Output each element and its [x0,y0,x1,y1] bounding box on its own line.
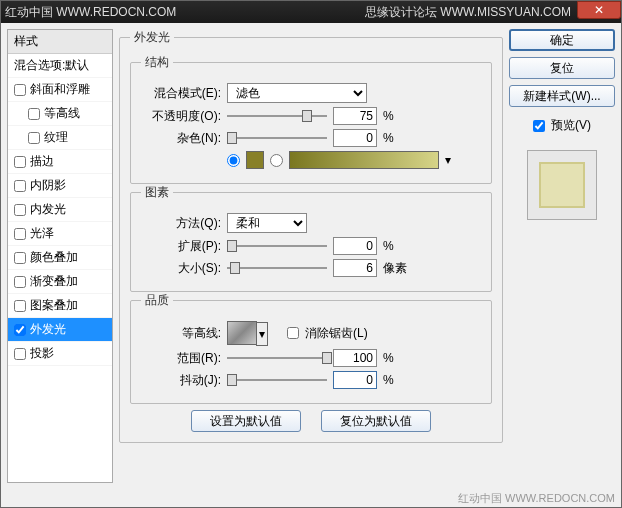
quality-legend: 品质 [141,292,173,309]
contour-picker[interactable]: ▾ [227,321,257,345]
chevron-down-icon[interactable]: ▾ [445,153,451,167]
method-select[interactable]: 柔和 [227,213,307,233]
range-slider[interactable] [227,350,327,366]
check-pattern-overlay[interactable] [14,300,26,312]
check-gradient-overlay[interactable] [14,276,26,288]
check-inner-shadow[interactable] [14,180,26,192]
glow-gradient-radio[interactable] [270,154,283,167]
sidebar-item-drop-shadow[interactable]: 投影 [8,342,112,366]
check-bevel[interactable] [14,84,26,96]
preview-checkbox[interactable] [533,120,545,132]
sidebar-item-contour[interactable]: 等高线 [8,102,112,126]
glow-gradient-picker[interactable] [289,151,439,169]
glow-color-swatch[interactable] [246,151,264,169]
spread-input[interactable] [333,237,377,255]
check-satin[interactable] [14,228,26,240]
check-color-overlay[interactable] [14,252,26,264]
check-drop-shadow[interactable] [14,348,26,360]
close-icon: ✕ [594,3,604,17]
opacity-slider[interactable] [227,108,327,124]
range-input[interactable] [333,349,377,367]
sidebar-item-color-overlay[interactable]: 颜色叠加 [8,246,112,270]
jitter-label: 抖动(J): [141,372,221,389]
titlebar: 红动中国 WWW.REDOCN.COM 思缘设计论坛 WWW.MISSYUAN.… [1,1,621,23]
sidebar-item-stroke[interactable]: 描边 [8,150,112,174]
noise-label: 杂色(N): [141,130,221,147]
element-legend: 图素 [141,184,173,201]
element-group: 图素 方法(Q): 柔和 扩展(P): % 大小(S): [130,184,492,292]
check-inner-glow[interactable] [14,204,26,216]
sidebar-blend-options[interactable]: 混合选项:默认 [8,54,112,78]
title-right: 思缘设计论坛 WWW.MISSYUAN.COM [365,4,571,21]
content: 样式 混合选项:默认 斜面和浮雕 等高线 纹理 描边 内阴影 内发光 光泽 颜色… [1,23,621,489]
structure-group: 结构 混合模式(E): 滤色 不透明度(O): % 杂色(N): [130,54,492,184]
sidebar-item-pattern-overlay[interactable]: 图案叠加 [8,294,112,318]
check-texture[interactable] [28,132,40,144]
reset-default-button[interactable]: 复位为默认值 [321,410,431,432]
method-label: 方法(Q): [141,215,221,232]
sidebar-item-inner-glow[interactable]: 内发光 [8,198,112,222]
sidebar-item-outer-glow[interactable]: 外发光 [8,318,112,342]
sidebar-item-texture[interactable]: 纹理 [8,126,112,150]
outer-glow-panel: 外发光 结构 混合模式(E): 滤色 不透明度(O): % 杂色(N): [119,29,503,443]
new-style-button[interactable]: 新建样式(W)... [509,85,615,107]
footer-watermark: 红动中国 WWW.REDOCN.COM [458,489,615,507]
sidebar-item-gradient-overlay[interactable]: 渐变叠加 [8,270,112,294]
preview-inner [539,162,585,208]
structure-legend: 结构 [141,54,173,71]
chevron-down-icon[interactable]: ▾ [256,322,268,346]
opacity-input[interactable] [333,107,377,125]
size-input[interactable] [333,259,377,277]
panel-title: 外发光 [130,29,174,46]
blend-mode-label: 混合模式(E): [141,85,221,102]
check-stroke[interactable] [14,156,26,168]
title-left: 红动中国 WWW.REDOCN.COM [5,4,176,21]
spread-slider[interactable] [227,238,327,254]
close-button[interactable]: ✕ [577,1,621,19]
sidebar-header: 样式 [8,30,112,54]
sidebar-item-satin[interactable]: 光泽 [8,222,112,246]
range-label: 范围(R): [141,350,221,367]
glow-color-radio[interactable] [227,154,240,167]
ok-button[interactable]: 确定 [509,29,615,51]
size-slider[interactable] [227,260,327,276]
preview-swatch [527,150,597,220]
quality-group: 品质 等高线: ▾ 消除锯齿(L) 范围(R): % [130,292,492,404]
check-contour[interactable] [28,108,40,120]
check-outer-glow[interactable] [14,324,26,336]
noise-input[interactable] [333,129,377,147]
noise-slider[interactable] [227,130,327,146]
size-label: 大小(S): [141,260,221,277]
layer-style-dialog: 红动中国 WWW.REDOCN.COM 思缘设计论坛 WWW.MISSYUAN.… [0,0,622,508]
make-default-button[interactable]: 设置为默认值 [191,410,301,432]
cancel-button[interactable]: 复位 [509,57,615,79]
sidebar-item-bevel[interactable]: 斜面和浮雕 [8,78,112,102]
jitter-input[interactable] [333,371,377,389]
sidebar-item-inner-shadow[interactable]: 内阴影 [8,174,112,198]
preview-label: 预览(V) [551,117,591,134]
jitter-slider[interactable] [227,372,327,388]
antialias-label: 消除锯齿(L) [305,325,368,342]
styles-sidebar: 样式 混合选项:默认 斜面和浮雕 等高线 纹理 描边 内阴影 内发光 光泽 颜色… [7,29,113,483]
opacity-label: 不透明度(O): [141,108,221,125]
blend-mode-select[interactable]: 滤色 [227,83,367,103]
spread-label: 扩展(P): [141,238,221,255]
antialias-checkbox[interactable] [287,327,299,339]
main-panel: 外发光 结构 混合模式(E): 滤色 不透明度(O): % 杂色(N): [119,29,503,483]
contour-label: 等高线: [141,325,221,342]
right-column: 确定 复位 新建样式(W)... 预览(V) [509,29,615,483]
